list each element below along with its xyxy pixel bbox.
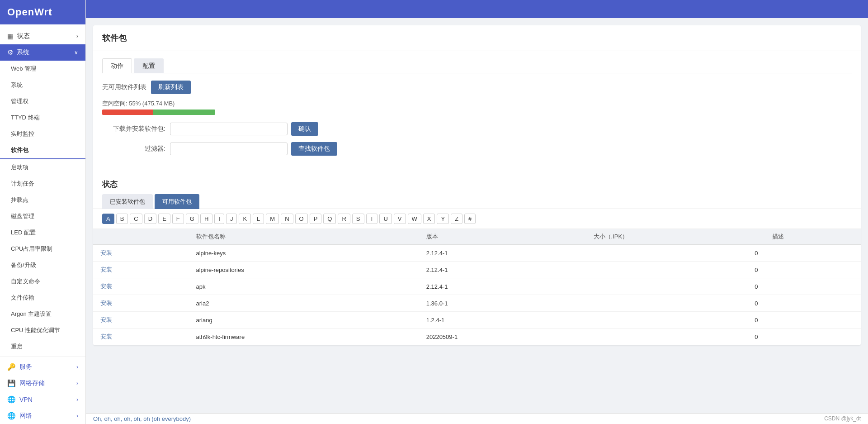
sidebar-item-system-sub[interactable]: 系统 [0,77,85,93]
alpha-btn-j[interactable]: J [226,214,237,224]
alpha-btn-o[interactable]: O [295,214,308,224]
alpha-btn-u[interactable]: U [379,214,392,224]
pkg-size-cell: 0 [586,329,765,345]
install-link[interactable]: 安装 [100,300,112,306]
pkg-action-cell: 安装 [93,312,189,329]
download-label: 下载并安装软件包: [102,125,165,133]
sidebar-item-vpn[interactable]: 🌐 VPN › [0,391,85,408]
status-title: 状态 [93,173,861,194]
sidebar-item-admin[interactable]: 管理权 [0,93,85,110]
sidebar-item-argon[interactable]: Argon 主题设置 [0,306,85,322]
alpha-btn-z[interactable]: Z [451,214,462,224]
sidebar-item-diskman[interactable]: 磁盘管理 [0,208,85,224]
filter-input[interactable] [170,143,288,155]
download-input[interactable] [170,123,288,135]
alpha-btn-d[interactable]: D [144,214,156,224]
storage-bar-container: 空闲空间: 55% (475.74 MB) [102,100,852,115]
tab-action[interactable]: 动作 [102,58,132,73]
alpha-btn-c[interactable]: C [130,214,142,224]
pkg-action-cell: 安装 [93,245,189,262]
sidebar-item-cpu-limit[interactable]: CPU占用率限制 [0,241,85,257]
sidebar-item-realtime[interactable]: 实时监控 [0,126,85,142]
table-header: 软件包名称 版本 大小（.IPK） 描述 [93,229,861,245]
install-link[interactable]: 安装 [100,266,112,273]
alpha-btn-#[interactable]: # [464,214,476,224]
alpha-btn-y[interactable]: Y [437,214,449,224]
storage-bar-free [153,110,216,115]
alpha-btn-x[interactable]: X [423,214,435,224]
sidebar-label-custom-cmd: 自定义命令 [11,277,40,286]
sidebar-item-network[interactable]: 🌐 网络 › [0,408,85,424]
sidebar-item-network-storage[interactable]: 💾 网络存储 › [0,375,85,391]
sidebar-label-startup: 启动项 [11,163,28,172]
install-link[interactable]: 安装 [100,249,112,256]
sidebar-item-cpu-perf[interactable]: CPU 性能优化调节 [0,322,85,338]
pkg-version-cell: 2.12.4-1 [419,262,586,278]
alpha-btn-p[interactable]: P [310,214,322,224]
sidebar-item-ttyd[interactable]: TTYD 终端 [0,110,85,126]
install-link[interactable]: 安装 [100,316,112,323]
bottom-text: Oh, oh, oh, oh, oh, oh (oh everybody) [93,415,191,422]
sidebar-item-custom-cmd[interactable]: 自定义命令 [0,273,85,290]
alpha-btn-r[interactable]: R [338,214,350,224]
pkg-tab-bar: 已安装软件包 可用软件包 [93,194,861,209]
pkg-version-cell: 2.12.4-1 [419,278,586,295]
alpha-btn-g[interactable]: G [186,214,198,224]
alpha-btn-q[interactable]: Q [323,214,336,224]
table-row: 安装 apk 2.12.4-1 0 [93,278,861,295]
alpha-btn-m[interactable]: M [266,214,279,224]
sidebar-label-system: 系统 [17,48,29,57]
alpha-btn-k[interactable]: K [239,214,251,224]
sidebar-item-mountpoints[interactable]: 挂载点 [0,192,85,208]
sidebar-item-startup[interactable]: 启动项 [0,159,85,176]
sidebar-label-mountpoints: 挂载点 [11,196,28,204]
sidebar-item-file-transfer[interactable]: 文件传输 [0,290,85,306]
install-link[interactable]: 安装 [100,283,112,290]
sidebar-label-network: 网络 [19,412,32,420]
sidebar-item-backup[interactable]: 备份/升级 [0,257,85,273]
search-button[interactable]: 查找软件包 [291,142,337,156]
alpha-btn-w[interactable]: W [408,214,421,224]
package-table: 软件包名称 版本 大小（.IPK） 描述 安装 alpine-keys 2.12… [93,229,861,345]
page-title: 软件包 [93,25,861,51]
tab-config[interactable]: 配置 [134,58,164,73]
alpha-btn-n[interactable]: N [281,214,293,224]
alpha-btn-s[interactable]: S [352,214,364,224]
sidebar-item-crontab[interactable]: 计划任务 [0,176,85,192]
confirm-button[interactable]: 确认 [291,122,318,136]
sidebar-nav: ▦ 状态 › ⚙ 系统 ∨ Web 管理 系统 管理权 TTYD 终端 实时监控… [0,24,85,424]
alpha-btn-i[interactable]: I [214,214,224,224]
pkg-size-cell: 0 [586,278,765,295]
chevron-down-icon: ∨ [74,49,78,56]
tab-installed[interactable]: 已安装软件包 [102,194,153,209]
sidebar-label-realtime: 实时监控 [11,130,34,138]
install-link[interactable]: 安装 [100,333,112,340]
pkg-size-cell: 0 [586,312,765,329]
refresh-button[interactable]: 刷新列表 [151,81,191,94]
alpha-btn-t[interactable]: T [366,214,378,224]
sidebar-label-file-transfer: 文件传输 [11,294,34,302]
sidebar-item-web-management[interactable]: Web 管理 [0,61,85,77]
table-row: 安装 alpine-keys 2.12.4-1 0 [93,245,861,262]
alpha-btn-l[interactable]: L [253,214,264,224]
sidebar-item-software[interactable]: 软件包 [0,142,85,159]
sidebar-label-cpu-perf: CPU 性能优化调节 [11,326,60,334]
th-name: 软件包名称 [189,229,419,245]
alpha-btn-f[interactable]: F [172,214,184,224]
alpha-btn-a[interactable]: A [102,214,114,224]
sidebar-item-system[interactable]: ⚙ 系统 ∨ [0,44,85,61]
tab-available[interactable]: 可用软件包 [155,194,199,209]
sidebar-item-status[interactable]: ▦ 状态 › [0,28,85,44]
alpha-btn-h[interactable]: H [200,214,212,224]
alpha-btn-e[interactable]: E [158,214,170,224]
sidebar-item-led[interactable]: LED 配置 [0,224,85,241]
sidebar-label-admin: 管理权 [11,97,28,105]
alpha-btn-b[interactable]: B [116,214,128,224]
filter-label: 过滤器: [102,145,165,153]
alpha-btn-v[interactable]: V [394,214,406,224]
package-table-container: 软件包名称 版本 大小（.IPK） 描述 安装 alpine-keys 2.12… [93,229,861,345]
sidebar-item-services[interactable]: 🔑 服务 › [0,359,85,375]
pkg-action-cell: 安装 [93,295,189,312]
sidebar-item-reboot[interactable]: 重启 [0,338,85,355]
sidebar-label-system-sub: 系统 [11,81,23,89]
